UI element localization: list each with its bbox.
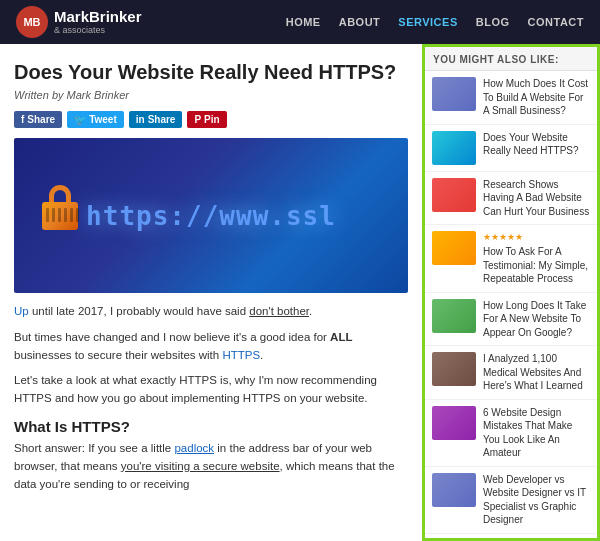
nav-contact[interactable]: CONTACT <box>528 16 584 28</box>
sidebar-thumb <box>432 178 476 212</box>
nav-services[interactable]: SERVICES <box>398 16 457 28</box>
ssl-url-text: https://www.ssl <box>86 201 336 231</box>
sidebar-thumb <box>432 131 476 165</box>
list-item[interactable]: I Analyzed 1,100 Medical Websites And He… <box>425 346 597 400</box>
sidebar-item-text: Does Your Website Really Need HTTPS? <box>483 131 590 158</box>
sidebar-thumb <box>432 299 476 333</box>
sidebar-item-text: How Much Does It Cost To Build A Website… <box>483 77 590 118</box>
share-pinterest[interactable]: P Pin <box>187 111 226 128</box>
logo[interactable]: MB MarkBrinker & associates <box>16 6 142 38</box>
body-paragraph-3: Let's take a look at what exactly HTTPS … <box>14 372 408 408</box>
list-item[interactable]: 6 Website Design Mistakes That Make You … <box>425 400 597 467</box>
sidebar-items: How Much Does It Cost To Build A Website… <box>425 71 597 534</box>
sidebar-thumb <box>432 231 476 265</box>
sidebar-item-text: ★★★★★ How To Ask For A Testimonial: My S… <box>483 231 590 286</box>
main-layout: Does Your Website Really Need HTTPS? Wri… <box>0 44 600 541</box>
body-paragraph-4: Short answer: If you see a little padloc… <box>14 440 408 493</box>
body-paragraph-1: Up until late 2017, I probably would hav… <box>14 303 408 321</box>
sidebar-item-text: How Long Does It Take For A New Website … <box>483 299 590 340</box>
logo-sub: & associates <box>54 25 142 35</box>
pinterest-icon: P <box>194 114 201 125</box>
linkedin-icon: in <box>136 114 145 125</box>
logo-text: MarkBrinker & associates <box>54 9 142 36</box>
hero-image: https://www.ssl <box>14 138 408 293</box>
article-subheading: What Is HTTPS? <box>14 418 408 435</box>
article-author: Written by Mark Brinker <box>14 89 408 101</box>
sidebar-thumb <box>432 473 476 507</box>
sidebar-thumb <box>432 352 476 386</box>
facebook-icon: f <box>21 114 24 125</box>
sidebar-header: YOU MIGHT ALSO LIKE: <box>425 47 597 71</box>
site-header: MB MarkBrinker & associates HOME ABOUT S… <box>0 0 600 44</box>
sidebar-item-text: Web Developer vs Website Designer vs IT … <box>483 473 590 527</box>
twitter-icon: 🐦 <box>74 114 86 125</box>
nav-home[interactable]: HOME <box>286 16 321 28</box>
body-paragraph-2: But times have changed and I now believe… <box>14 329 408 365</box>
share-facebook[interactable]: f Share <box>14 111 62 128</box>
share-linkedin[interactable]: in Share <box>129 111 183 128</box>
sidebar-item-text: 6 Website Design Mistakes That Make You … <box>483 406 590 460</box>
main-nav: HOME ABOUT SERVICES BLOG CONTACT <box>286 16 584 28</box>
logo-icon: MB <box>16 6 48 38</box>
star-rating: ★★★★★ <box>483 231 590 243</box>
list-item[interactable]: How Long Does It Take For A New Website … <box>425 293 597 347</box>
sidebar-search <box>425 534 597 541</box>
sidebar-thumb <box>432 77 476 111</box>
article-body: Up until late 2017, I probably would hav… <box>14 303 408 494</box>
list-item[interactable]: Research Shows Having A Bad Website Can … <box>425 172 597 226</box>
list-item[interactable]: Web Developer vs Website Designer vs IT … <box>425 467 597 534</box>
sidebar-item-text: I Analyzed 1,100 Medical Websites And He… <box>483 352 590 393</box>
sidebar: YOU MIGHT ALSO LIKE: How Much Does It Co… <box>422 44 600 541</box>
article-area: Does Your Website Really Need HTTPS? Wri… <box>0 44 422 541</box>
sidebar-item-text: Research Shows Having A Bad Website Can … <box>483 178 590 219</box>
nav-about[interactable]: ABOUT <box>339 16 381 28</box>
sidebar-thumb <box>432 406 476 440</box>
list-item[interactable]: ★★★★★ How To Ask For A Testimonial: My S… <box>425 225 597 293</box>
lock-icon <box>42 202 78 230</box>
list-item[interactable]: Does Your Website Really Need HTTPS? <box>425 125 597 172</box>
logo-name: MarkBrinker <box>54 9 142 26</box>
share-twitter[interactable]: 🐦 Tweet <box>67 111 124 128</box>
article-title: Does Your Website Really Need HTTPS? <box>14 60 408 84</box>
list-item[interactable]: How Much Does It Cost To Build A Website… <box>425 71 597 125</box>
share-buttons: f Share 🐦 Tweet in Share P Pin <box>14 111 408 128</box>
nav-blog[interactable]: BLOG <box>476 16 510 28</box>
